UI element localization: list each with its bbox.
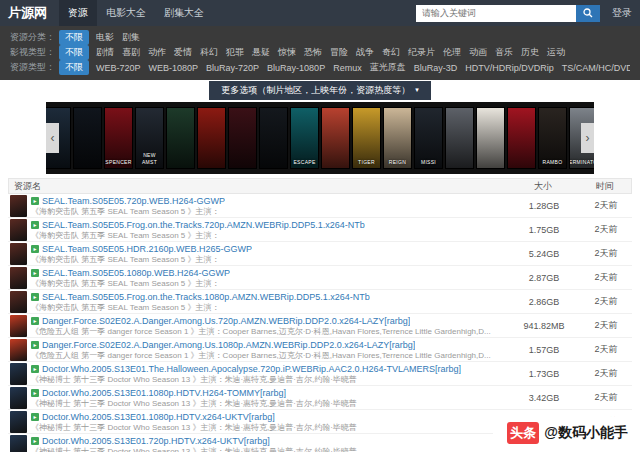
carousel-prev-button[interactable]: ‹ xyxy=(46,123,59,153)
movie-poster[interactable] xyxy=(476,107,505,169)
filter-option[interactable]: 科幻 xyxy=(200,46,218,59)
filter-option[interactable]: BluRay-3D xyxy=(414,63,458,73)
movie-poster[interactable]: ESCAPE xyxy=(290,107,319,169)
carousel-next-button[interactable]: › xyxy=(581,123,594,153)
filter-option[interactable]: 喜剧 xyxy=(122,46,140,59)
resource-time: 2天前 xyxy=(580,199,632,212)
filter-option[interactable]: 战争 xyxy=(356,46,374,59)
resource-table: 资源名 大小 时间 ▸SEAL.Team.S05E05.720p.WEB.H26… xyxy=(8,178,632,452)
filter-option[interactable]: 动画 xyxy=(469,46,487,59)
filter-selected-chip[interactable]: 不限 xyxy=(59,60,89,75)
row-title-line: ▸Danger.Force.S02E02.A.Danger.Among.Us.7… xyxy=(31,315,508,327)
row-thumbnail xyxy=(10,411,27,433)
resource-link[interactable]: Doctor.Who.2005.S13E01.1080p.HDTV.x264-U… xyxy=(42,412,275,422)
row-main: ▸Danger.Force.S02E02.A.Danger.Among.Us.1… xyxy=(31,339,508,361)
row-title-line: ▸Doctor.Who.2005.S13E01.720p.HDTV.x264-U… xyxy=(31,435,508,447)
movie-poster[interactable] xyxy=(321,107,350,169)
filter-option[interactable]: 悬疑 xyxy=(252,46,270,59)
nav-item-3[interactable]: 剧集大全 xyxy=(155,0,213,26)
site-logo[interactable]: 片源网 xyxy=(8,4,47,22)
resource-link[interactable]: SEAL.Team.S05E05.HDR.2160p.WEB.H265-GGWP xyxy=(42,244,252,254)
movie-poster[interactable] xyxy=(166,107,195,169)
movie-poster[interactable]: TIGER xyxy=(352,107,381,169)
movie-poster[interactable] xyxy=(259,107,288,169)
resource-size: 1.75GB xyxy=(508,225,580,235)
filter-option[interactable]: WEB-720P xyxy=(96,63,141,73)
resource-link[interactable]: Danger.Force.S02E02.A.Danger.Among.Us.10… xyxy=(42,340,415,350)
movie-poster[interactable] xyxy=(507,107,536,169)
search-button[interactable] xyxy=(576,5,600,22)
filter-rows: 资源分类：不限电影剧集影视类型：不限剧情喜剧动作爱情科幻犯罪悬疑惊悚恐怖冒险战争… xyxy=(10,30,630,75)
movie-poster[interactable]: MISSI xyxy=(414,107,443,169)
nav-item-1[interactable]: 资源 xyxy=(59,0,97,26)
resource-subtitle: 《海豹突击队 第五季 SEAL Team Season 5 》主演： xyxy=(31,303,508,313)
resource-link[interactable]: SEAL.Team.S05E05.720p.WEB.H264-GGWP xyxy=(42,196,225,206)
filter-selected-chip[interactable]: 不限 xyxy=(59,30,89,45)
video-file-icon: ▸ xyxy=(31,293,39,301)
filter-option[interactable]: 纪录片 xyxy=(408,46,435,59)
resource-link[interactable]: Danger.Force.S02E02.A.Danger.Among.Us.72… xyxy=(42,316,410,326)
login-link[interactable]: 登录 xyxy=(612,6,632,20)
filter-option[interactable]: 蓝光原盘 xyxy=(370,61,406,74)
poster-title: MISSI xyxy=(421,159,436,168)
filter-option[interactable]: 犯罪 xyxy=(226,46,244,59)
movie-poster[interactable]: NEW AMST xyxy=(135,107,164,169)
resource-link[interactable]: Doctor.Who.2005.S13E01.1080p.HDTV.H264-T… xyxy=(42,388,286,398)
filter-option[interactable]: BluRay-1080P xyxy=(267,63,325,73)
resource-time: 2天前 xyxy=(580,223,632,236)
filter-option[interactable]: 恐怖 xyxy=(304,46,322,59)
filter-option[interactable]: 爱情 xyxy=(174,46,192,59)
resource-link[interactable]: SEAL.Team.S05E05.Frog.on.the.Tracks.720p… xyxy=(42,220,365,230)
movie-poster[interactable] xyxy=(73,107,102,169)
row-title-line: ▸Doctor.Who.2005.S13E01.1080p.HDTV.H264-… xyxy=(31,387,508,399)
table-row: ▸SEAL.Team.S05E05.1080p.WEB.H264-GGWP《海豹… xyxy=(8,266,632,290)
resource-link[interactable]: SEAL.Team.S05E05.1080p.WEB.H264-GGWP xyxy=(42,268,230,278)
filter-option[interactable]: WEB-1080P xyxy=(149,63,199,73)
filter-option[interactable]: 伦理 xyxy=(443,46,461,59)
filter-option[interactable]: 冒险 xyxy=(330,46,348,59)
filter-option[interactable]: 剧集 xyxy=(122,31,140,44)
resource-time: 2天前 xyxy=(580,367,632,380)
filter-selected-chip[interactable]: 不限 xyxy=(59,45,89,60)
movie-poster[interactable] xyxy=(228,107,257,169)
movie-poster[interactable]: RAMBO xyxy=(538,107,567,169)
poster-title: SPENCER xyxy=(105,159,131,168)
table-header: 资源名 大小 时间 xyxy=(8,178,632,194)
resource-link[interactable]: Doctor.Who.2005.S13E01.The.Halloween.Apo… xyxy=(42,364,461,374)
resource-link[interactable]: Doctor.Who.2005.S13E01.720p.HDTV.x264-UK… xyxy=(42,436,270,446)
filter-option[interactable]: 奇幻 xyxy=(382,46,400,59)
filter-option[interactable]: 动作 xyxy=(148,46,166,59)
movie-poster[interactable]: SPENCER xyxy=(104,107,133,169)
chevron-down-icon: ▾ xyxy=(415,86,419,94)
resource-subtitle: 《危险五人组 第一季 danger force Season 1 》主演：Coo… xyxy=(31,351,508,361)
resource-link[interactable]: SEAL.Team.S05E05.Frog.on.the.Tracks.1080… xyxy=(42,292,370,302)
video-file-icon: ▸ xyxy=(31,269,39,277)
resource-size: 1.28GB xyxy=(508,201,580,211)
filter-option[interactable]: 电影 xyxy=(96,31,114,44)
filter-option[interactable]: 历史 xyxy=(521,46,539,59)
poster-title: REIGN xyxy=(389,159,406,168)
filter-option[interactable]: TS/CAM/HC/DVDScr xyxy=(562,63,630,73)
filter-label: 资源类型： xyxy=(10,61,55,74)
row-main: ▸SEAL.Team.S05E05.1080p.WEB.H264-GGWP《海豹… xyxy=(31,267,508,289)
filter-option[interactable]: 剧情 xyxy=(96,46,114,59)
movie-poster[interactable] xyxy=(445,107,474,169)
filter-option[interactable]: 运动 xyxy=(547,46,565,59)
search-input[interactable] xyxy=(416,5,576,22)
movie-poster[interactable] xyxy=(197,107,226,169)
filter-option[interactable]: HDTV/HDRip/DVDRip xyxy=(465,63,554,73)
movie-poster[interactable]: REIGN xyxy=(383,107,412,169)
nav-item-2[interactable]: 电影大全 xyxy=(97,0,155,26)
row-thumbnail xyxy=(10,387,27,409)
resource-size: 1.73GB xyxy=(508,369,580,379)
filter-label: 影视类型： xyxy=(10,46,55,59)
toutiao-logo: 头条 xyxy=(507,422,539,444)
video-file-icon: ▸ xyxy=(31,197,39,205)
filter-option[interactable]: 惊悚 xyxy=(278,46,296,59)
resource-time: 2天前 xyxy=(580,271,632,284)
filter-option[interactable]: 音乐 xyxy=(495,46,513,59)
video-file-icon: ▸ xyxy=(31,221,39,229)
filter-option[interactable]: BluRay-720P xyxy=(206,63,259,73)
more-options-button[interactable]: 更多选项（制片地区，上映年份，资源热度等） ▾ xyxy=(209,81,431,100)
filter-option[interactable]: Remux xyxy=(333,63,362,73)
